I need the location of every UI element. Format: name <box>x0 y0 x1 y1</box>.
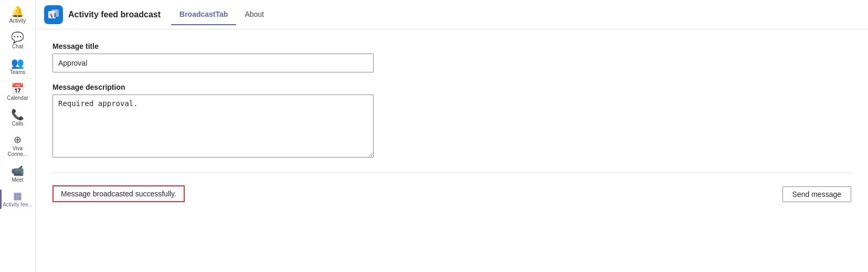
sidebar-item-label: Teams <box>10 69 25 75</box>
message-title-label: Message title <box>52 42 851 50</box>
message-description-textarea[interactable] <box>52 95 374 158</box>
sidebar-item-viva[interactable]: ⊕ Viva Conne... <box>0 131 35 161</box>
sidebar-item-calls[interactable]: 📞 Calls <box>0 105 35 131</box>
activity-feed-icon: ▦ <box>13 191 22 201</box>
meet-icon: 📹 <box>11 165 24 176</box>
divider <box>52 172 851 173</box>
content-area: Message title Message description Messag… <box>36 29 868 272</box>
app-title: Activity feed broadcast <box>68 10 161 19</box>
sidebar-item-label: Meet <box>12 177 23 183</box>
sidebar-item-chat[interactable]: 💬 Chat <box>0 28 35 54</box>
success-message-text: Message broadcasted successfully. <box>61 190 176 198</box>
sidebar-item-label: Viva Conne... <box>2 145 33 157</box>
sidebar: 🔔 Activity 💬 Chat 👥 Teams 📅 Calendar 📞 C… <box>0 0 36 272</box>
tab-about[interactable]: About <box>236 4 272 25</box>
calendar-icon: 📅 <box>11 83 24 94</box>
message-description-group: Message description <box>52 83 851 160</box>
app-header: 📢 Activity feed broadcast BroadcastTab A… <box>36 0 868 29</box>
chat-icon: 💬 <box>11 32 24 43</box>
message-title-group: Message title <box>52 42 851 72</box>
send-message-button[interactable]: Send message <box>782 186 851 202</box>
calls-icon: 📞 <box>11 109 24 120</box>
message-description-label: Message description <box>52 83 851 91</box>
sidebar-item-teams[interactable]: 👥 Teams <box>0 54 35 79</box>
tab-broadcast[interactable]: BroadcastTab <box>171 4 236 25</box>
activity-icon: 🔔 <box>11 6 24 17</box>
sidebar-item-label: Activity <box>9 18 26 24</box>
teams-icon: 👥 <box>11 58 24 68</box>
sidebar-item-label: Calls <box>12 121 23 127</box>
bottom-row: Message broadcasted successfully. Send m… <box>52 185 851 202</box>
viva-icon: ⊕ <box>14 135 22 144</box>
app-icon: 📢 <box>44 5 63 24</box>
svg-text:📢: 📢 <box>50 12 57 18</box>
sidebar-item-calendar[interactable]: 📅 Calendar <box>0 79 35 105</box>
tabs-container: BroadcastTab About <box>171 4 272 25</box>
success-message-box: Message broadcasted successfully. <box>52 185 185 202</box>
sidebar-item-label: Calendar <box>7 95 28 101</box>
sidebar-item-activity[interactable]: 🔔 Activity <box>0 2 35 28</box>
message-title-input[interactable] <box>52 54 374 72</box>
sidebar-item-activity-feed[interactable]: ▦ Activity fee... <box>0 187 35 212</box>
sidebar-item-meet[interactable]: 📹 Meet <box>0 161 35 187</box>
sidebar-item-label: Activity fee... <box>3 202 33 207</box>
main-area: 📢 Activity feed broadcast BroadcastTab A… <box>36 0 868 272</box>
sidebar-item-label: Chat <box>12 44 23 49</box>
